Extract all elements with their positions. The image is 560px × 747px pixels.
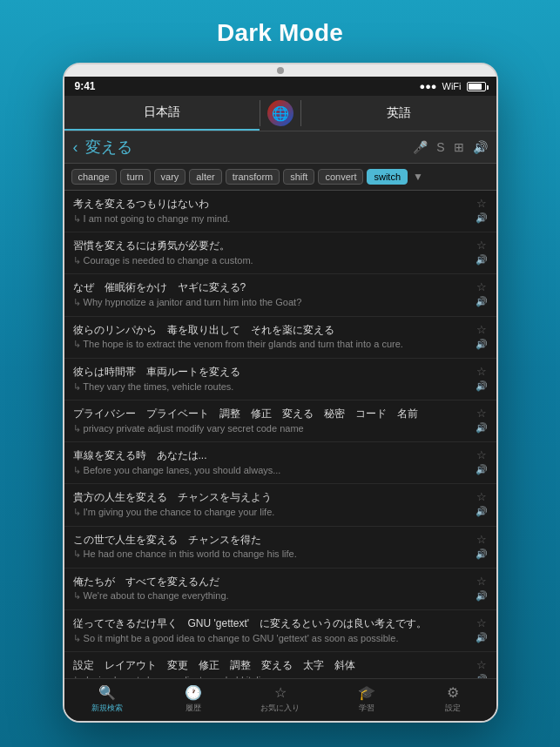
star-button-1[interactable]: ☆ <box>476 239 487 252</box>
star-button-3[interactable]: ☆ <box>476 323 487 336</box>
star-button-8[interactable]: ☆ <box>476 533 487 546</box>
status-right: ●●● WiFi <box>420 81 486 91</box>
audio-button-6[interactable]: 🔊 <box>476 464 488 475</box>
back-button[interactable]: ‹ <box>73 138 78 157</box>
tab-learning-label: 学習 <box>359 703 374 714</box>
result-item-7: 貴方の人生を変える チャンスを与えよう I'm giving you the c… <box>64 484 496 526</box>
lang-tab-japanese[interactable]: 日本語 <box>64 96 260 131</box>
tab-settings[interactable]: ⚙ 設定 <box>409 684 496 714</box>
result-text-4: 彼らは時間帯 車両ルートを変える They vary the times, ve… <box>73 365 470 394</box>
tag-alter[interactable]: alter <box>189 169 221 185</box>
audio-button-7[interactable]: 🔊 <box>476 506 488 517</box>
result-en-4: They vary the times, vehicle routes. <box>73 380 470 394</box>
device-top-bar <box>64 64 496 77</box>
result-item-1: 習慣を変えるには勇気が必要だ。 Courage is needed to cha… <box>64 232 496 274</box>
result-item-2: なぜ 催眠術をかけ ヤギに変える? Why hypnotize a janito… <box>64 274 496 316</box>
audio-button-5[interactable]: 🔊 <box>476 422 488 434</box>
audio-button-0[interactable]: 🔊 <box>476 212 488 224</box>
tag-switch[interactable]: switch <box>367 169 408 185</box>
result-en-7: I'm giving you the chance to change your… <box>73 506 470 519</box>
result-en-3: The hope is to extract the venom from th… <box>73 338 470 351</box>
tag-transform[interactable]: transform <box>226 169 280 185</box>
tab-new-search[interactable]: 🔍 新規検索 <box>64 684 151 714</box>
history-icon: 🕐 <box>185 684 202 701</box>
star-button-4[interactable]: ☆ <box>476 365 487 378</box>
result-en-1: Courage is needed to change a custom. <box>73 254 470 267</box>
tab-favorites[interactable]: ☆ お気に入り <box>237 684 323 714</box>
result-jp-9: 俺たちが すべてを変えるんだ <box>73 575 470 589</box>
audio-button-11[interactable]: 🔊 <box>476 674 488 678</box>
tag-vary[interactable]: vary <box>154 169 186 185</box>
wifi-icon: WiFi <box>442 81 462 91</box>
result-item-3: 彼らのリンパから 毒を取り出して それを薬に変える The hope is to… <box>64 317 496 359</box>
result-actions-0: ☆ 🔊 <box>476 197 488 224</box>
tab-favorites-label: お気に入り <box>260 703 300 714</box>
tab-history[interactable]: 🕐 履歴 <box>151 684 237 714</box>
result-text-11: 設定 レイアウト 変更 修正 調整 変える 太字 斜体 design layou… <box>73 658 470 678</box>
audio-button-8[interactable]: 🔊 <box>476 548 488 560</box>
result-en-2: Why hypnotize a janitor and turn him int… <box>73 296 470 309</box>
battery-icon <box>467 82 486 91</box>
audio-button-1[interactable]: 🔊 <box>476 254 488 266</box>
star-button-10[interactable]: ☆ <box>476 616 487 629</box>
audio-button-2[interactable]: 🔊 <box>476 296 488 307</box>
result-item-4: 彼らは時間帯 車両ルートを変える They vary the times, ve… <box>64 359 496 400</box>
result-text-7: 貴方の人生を変える チャンスを与えよう I'm giving you the c… <box>73 490 470 519</box>
result-actions-3: ☆ 🔊 <box>476 323 488 350</box>
result-jp-3: 彼らのリンパから 毒を取り出して それを薬に変える <box>73 323 470 338</box>
tab-settings-label: 設定 <box>445 703 461 714</box>
result-text-8: この世で人生を変える チャンスを得た He had one chance in … <box>73 533 470 562</box>
result-text-5: プライバシー プライベート 調整 修正 変える 秘密 コード 名前 privac… <box>73 407 470 435</box>
star-button-7[interactable]: ☆ <box>476 490 487 503</box>
search-icons: 🎤 S ⊞ 🔊 <box>413 140 487 154</box>
result-actions-9: ☆ 🔊 <box>476 575 488 602</box>
tag-turn[interactable]: turn <box>120 169 151 185</box>
translate-icon[interactable]: S <box>436 140 444 154</box>
result-jp-1: 習慣を変えるには勇気が必要だ。 <box>73 239 470 253</box>
battery-indicator <box>467 81 486 91</box>
result-en-6: Before you change lanes, you should alwa… <box>73 464 470 477</box>
audio-button-10[interactable]: 🔊 <box>476 632 488 643</box>
result-en-0: I am not going to change my mind. <box>73 212 470 225</box>
lang-tab-english[interactable]: 英語 <box>301 97 496 130</box>
search-query[interactable]: 変える <box>85 137 407 158</box>
mic-icon[interactable]: 🎤 <box>413 140 428 154</box>
star-button-11[interactable]: ☆ <box>476 658 487 671</box>
result-en-5: privacy private adjust modify vary secre… <box>73 422 470 435</box>
star-button-0[interactable]: ☆ <box>476 197 487 210</box>
globe-icon[interactable]: 🌐 <box>267 100 293 126</box>
search-bar: ‹ 変える 🎤 S ⊞ 🔊 <box>64 131 496 164</box>
grid-icon[interactable]: ⊞ <box>454 140 464 154</box>
expand-tags-icon[interactable]: ▼ <box>413 171 423 183</box>
result-item-0: 考えを変えるつもりはないわ I am not going to change m… <box>64 191 496 232</box>
audio-button-4[interactable]: 🔊 <box>476 380 488 392</box>
battery-fill <box>469 84 482 90</box>
result-actions-6: ☆ 🔊 <box>476 448 488 475</box>
star-button-6[interactable]: ☆ <box>476 448 487 461</box>
tag-convert[interactable]: convert <box>318 169 363 185</box>
signal-icon: ●●● <box>420 81 437 91</box>
audio-button-3[interactable]: 🔊 <box>476 339 488 350</box>
result-jp-11: 設定 レイアウト 変更 修正 調整 変える 太字 斜体 <box>73 658 470 673</box>
lang-divider <box>260 100 260 126</box>
result-en-9: We're about to change everything. <box>73 589 470 602</box>
result-jp-10: 従ってできるだけ早く GNU 'gettext' に変えるというのは良い考えです… <box>73 616 470 631</box>
result-actions-2: ☆ 🔊 <box>476 280 488 307</box>
tag-shift[interactable]: shift <box>283 169 314 185</box>
star-button-5[interactable]: ☆ <box>476 407 487 420</box>
result-jp-2: なぜ 催眠術をかけ ヤギに変える? <box>73 280 470 295</box>
result-item-10: 従ってできるだけ早く GNU 'gettext' に変えるというのは良い考えです… <box>64 610 496 652</box>
result-item-11: 設定 レイアウト 変更 修正 調整 変える 太字 斜体 design layou… <box>64 652 496 678</box>
star-button-9[interactable]: ☆ <box>476 575 487 588</box>
favorites-icon: ☆ <box>274 684 287 701</box>
audio-icon[interactable]: 🔊 <box>473 140 488 154</box>
audio-button-9[interactable]: 🔊 <box>476 590 488 602</box>
result-item-9: 俺たちが すべてを変えるんだ We're about to change eve… <box>64 569 496 610</box>
result-text-3: 彼らのリンパから 毒を取り出して それを薬に変える The hope is to… <box>73 323 470 352</box>
star-button-2[interactable]: ☆ <box>476 280 487 293</box>
tag-change[interactable]: change <box>71 169 117 185</box>
tab-learning[interactable]: 🎓 学習 <box>323 684 409 714</box>
result-text-6: 車線を変える時 あなたは... Before you change lanes,… <box>73 448 470 477</box>
result-actions-7: ☆ 🔊 <box>476 490 488 517</box>
tab-new-search-label: 新規検索 <box>91 703 123 714</box>
